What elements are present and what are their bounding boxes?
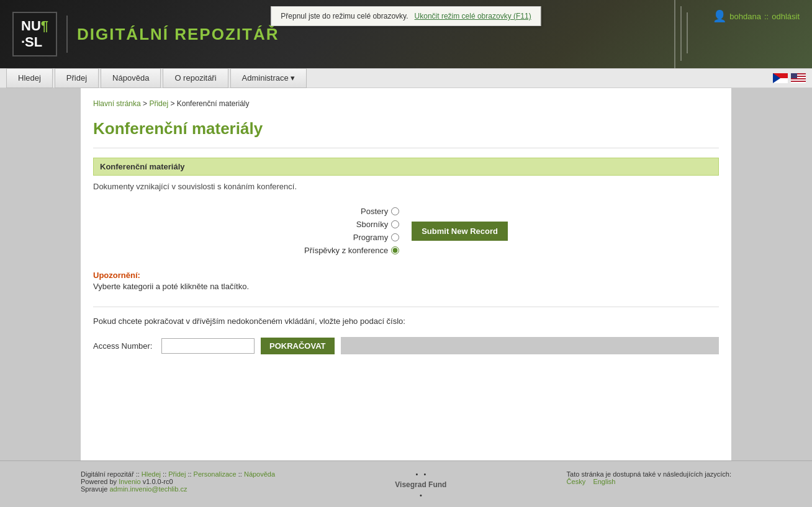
footer-pridej[interactable]: Přidej	[168, 470, 186, 478]
radio-postery-input[interactable]	[391, 207, 399, 215]
access-bar-spacer	[341, 337, 719, 354]
header-right: 👤 bohdana :: odhlásit	[713, 9, 800, 23]
flag-czech[interactable]	[773, 73, 788, 83]
access-number-input[interactable]	[161, 338, 255, 354]
nav-bar: Hledej Přidej Nápověda O repozitáři Admi…	[0, 68, 812, 88]
footer-center: • • Visegrad Fund •	[395, 470, 446, 499]
radio-postery-label: Postery	[361, 207, 388, 216]
radio-group: Postery Sborníky Programy Příspěvky z ko…	[304, 207, 399, 255]
radio-programy-label: Programy	[353, 233, 388, 242]
page-title: Konferenční materiály	[93, 113, 719, 148]
footer-dots: • •	[395, 470, 446, 478]
footer-admin: Spravuje admin.invenio@techlib.cz	[81, 485, 275, 493]
footer-admin-label: Spravuje	[81, 485, 109, 493]
divider	[93, 307, 719, 307]
radio-programy-input[interactable]	[391, 233, 399, 241]
tooltip-link[interactable]: Ukončit režim celé obrazovky (F11)	[415, 12, 531, 20]
logo-nu: NU¶	[21, 18, 48, 34]
breadcrumb-pridej[interactable]: Přidej	[149, 99, 168, 108]
nav-administrace[interactable]: Administrace ▾	[230, 68, 307, 88]
footer-napoveda[interactable]: Nápověda	[244, 470, 275, 478]
category-form: Postery Sborníky Programy Příspěvky z ko…	[93, 197, 719, 264]
logout-link[interactable]: odhlásit	[772, 12, 800, 21]
breadcrumb: Hlavní stránka > Přidej > Konferenční ma…	[93, 94, 719, 113]
footer-right: Tato stránka je dostupná také v následuj…	[567, 470, 731, 485]
section-header: Konferenční materiály	[93, 158, 719, 176]
access-number-row: Access Number: POKRAČOVAT	[93, 332, 719, 359]
footer-powered: Powered by Invenio v1.0.0-rc0	[81, 478, 275, 485]
footer-version: v1.0.0-rc0	[143, 478, 173, 485]
warning-section: Upozornění: Vyberte kategorii a poté kli…	[93, 264, 719, 297]
access-number-label: Access Number:	[93, 341, 155, 351]
footer-personalizace[interactable]: Personalizace	[194, 470, 237, 478]
flag-english[interactable]	[791, 73, 806, 83]
repo-title: Digitální repozitář	[77, 25, 279, 44]
footer-links-line: Digitální repozitář :: Hledej :: Přidej …	[81, 470, 275, 478]
radio-prispevky-label: Příspěvky z konference	[304, 246, 388, 255]
breadcrumb-home[interactable]: Hlavní stránka	[93, 99, 141, 108]
tooltip-message: Přepnul jste do režimu celé obrazovky.	[281, 12, 408, 20]
radio-postery[interactable]: Postery	[361, 207, 399, 216]
username-link[interactable]: bohdana	[729, 12, 761, 21]
breadcrumb-current: Konferenční materiály	[177, 99, 250, 108]
footer: Digitální repozitář :: Hledej :: Přidej …	[0, 460, 812, 507]
content-section: Konferenční materiály Dokumenty vznikají…	[93, 158, 719, 359]
footer-invenio-link[interactable]: Invenio	[119, 478, 140, 485]
footer-hledej[interactable]: Hledej	[142, 470, 161, 478]
section-description: Dokumenty vznikající v souvislosti s kon…	[93, 176, 719, 197]
logo-sl: ·SL	[21, 34, 42, 50]
nav-hledej[interactable]: Hledej	[6, 68, 53, 88]
nav-o-repozitari[interactable]: O repozitáři	[163, 68, 228, 88]
radio-prispevky-input[interactable]	[391, 246, 399, 254]
logo-divider	[66, 16, 68, 53]
radio-prispevky[interactable]: Příspěvky z konference	[304, 246, 399, 255]
footer-admin-email[interactable]: admin.invenio@techlib.cz	[109, 485, 187, 493]
footer-powered-label: Powered by	[81, 478, 119, 485]
tooltip-bar: Přepnul jste do režimu celé obrazovky. U…	[271, 6, 541, 26]
visegrad-fund: Visegrad Fund	[395, 480, 446, 489]
continue-text: Pokud chcete pokračovat v dřívějším nedo…	[93, 316, 405, 326]
submit-new-record-button[interactable]: Submit New Record	[412, 222, 508, 241]
user-icon: 👤	[713, 9, 726, 23]
main-content: Hlavní stránka > Přidej > Konferenční ma…	[81, 88, 731, 460]
logo-area: NU¶ ·SL Digitální repozitář	[12, 12, 279, 57]
footer-lang-en[interactable]: English	[593, 478, 615, 485]
nav-napoveda[interactable]: Nápověda	[101, 68, 161, 88]
radio-programy[interactable]: Programy	[353, 233, 399, 242]
radio-sborníky-input[interactable]	[391, 220, 399, 228]
nav-flags	[773, 73, 806, 83]
radio-sborníky-label: Sborníky	[356, 220, 388, 229]
footer-langs: Česky English	[567, 478, 731, 485]
header-decoration	[674, 0, 688, 68]
radio-sborníky[interactable]: Sborníky	[356, 220, 399, 229]
footer-lang-text: Tato stránka je dostupná také v následuj…	[567, 470, 731, 478]
warning-title: Upozornění:	[93, 271, 719, 280]
footer-left: Digitální repozitář :: Hledej :: Přidej …	[81, 470, 275, 493]
footer-dot-bottom: •	[395, 491, 446, 499]
continue-section: Pokud chcete pokračovat v dřívějším nedo…	[93, 316, 719, 326]
logo-box: NU¶ ·SL	[12, 12, 57, 57]
footer-lang-cs[interactable]: Česky	[567, 478, 586, 485]
warning-text: Vyberte kategorii a poté klikněte na tla…	[93, 282, 719, 291]
header: Přepnul jste do režimu celé obrazovky. U…	[0, 0, 812, 68]
nav-pridej[interactable]: Přidej	[55, 68, 99, 88]
logo-text: NU¶ ·SL	[21, 18, 48, 51]
footer-repo-label: Digitální repozitář ::	[81, 470, 142, 478]
pokracovat-button[interactable]: POKRAČOVAT	[261, 338, 335, 354]
